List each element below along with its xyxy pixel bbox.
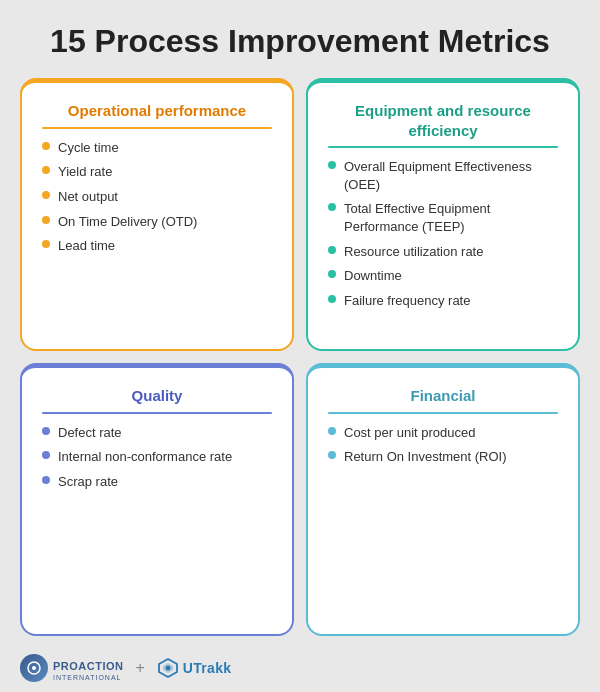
card-operational-heading: Operational performance [42, 101, 272, 121]
proaction-logo-icon [26, 660, 42, 676]
metrics-grid: Operational performance Cycle time Yield… [20, 78, 580, 646]
card-operational-list: Cycle time Yield rate Net output On Time… [42, 139, 272, 255]
list-item: Failure frequency rate [328, 292, 558, 310]
list-item: Scrap rate [42, 473, 272, 491]
list-item: Defect rate [42, 424, 272, 442]
item-text: Scrap rate [58, 473, 118, 491]
bullet-icon [328, 246, 336, 254]
list-item: Net output [42, 188, 272, 206]
bullet-icon [42, 240, 50, 248]
svg-point-4 [165, 666, 170, 671]
card-quality-divider [42, 412, 272, 414]
list-item: Cycle time [42, 139, 272, 157]
item-text: Failure frequency rate [344, 292, 470, 310]
bullet-icon [328, 295, 336, 303]
card-operational: Operational performance Cycle time Yield… [20, 78, 294, 351]
bullet-icon [42, 216, 50, 224]
card-equipment: Equipment and resource efficiency Overal… [306, 78, 580, 351]
item-text: Total Effective Equipment Performance (T… [344, 200, 558, 235]
proaction-logo: PROACTION INTERNATIONAL [20, 654, 124, 682]
item-text: Yield rate [58, 163, 112, 181]
proaction-logo-circle [20, 654, 48, 682]
bullet-icon [42, 191, 50, 199]
svg-point-1 [32, 666, 36, 670]
bullet-icon [42, 451, 50, 459]
page-title: 15 Process Improvement Metrics [50, 22, 550, 60]
list-item: Overall Equipment Effectiveness (OEE) [328, 158, 558, 193]
card-quality-heading: Quality [42, 386, 272, 406]
bullet-icon [42, 427, 50, 435]
list-item: Return On Investment (ROI) [328, 448, 558, 466]
proaction-subtitle: INTERNATIONAL [53, 674, 124, 681]
item-text: Net output [58, 188, 118, 206]
item-text: Internal non-conformance rate [58, 448, 232, 466]
item-text: On Time Delivery (OTD) [58, 213, 197, 231]
bullet-icon [328, 427, 336, 435]
list-item: On Time Delivery (OTD) [42, 213, 272, 231]
list-item: Internal non-conformance rate [42, 448, 272, 466]
bullet-icon [328, 203, 336, 211]
plus-separator: + [136, 659, 145, 677]
list-item: Resource utilization rate [328, 243, 558, 261]
card-operational-divider [42, 127, 272, 129]
list-item: Lead time [42, 237, 272, 255]
utrakk-logo-icon [157, 657, 179, 679]
list-item: Total Effective Equipment Performance (T… [328, 200, 558, 235]
card-equipment-list: Overall Equipment Effectiveness (OEE) To… [328, 158, 558, 309]
utrakk-name: UTrakk [183, 660, 232, 676]
item-text: Resource utilization rate [344, 243, 483, 261]
bullet-icon [42, 142, 50, 150]
card-quality: Quality Defect rate Internal non-conform… [20, 363, 294, 636]
card-equipment-divider [328, 146, 558, 148]
utrakk-logo: UTrakk [157, 657, 232, 679]
bullet-icon [328, 161, 336, 169]
card-financial-divider [328, 412, 558, 414]
item-text: Cycle time [58, 139, 119, 157]
card-financial-list: Cost per unit produced Return On Investm… [328, 424, 558, 466]
card-financial-heading: Financial [328, 386, 558, 406]
list-item: Downtime [328, 267, 558, 285]
item-text: Defect rate [58, 424, 122, 442]
bullet-icon [328, 451, 336, 459]
proaction-name: PROACTION [53, 660, 124, 672]
item-text: Lead time [58, 237, 115, 255]
list-item: Yield rate [42, 163, 272, 181]
card-equipment-heading: Equipment and resource efficiency [328, 101, 558, 140]
item-text: Cost per unit produced [344, 424, 476, 442]
proaction-text-block: PROACTION INTERNATIONAL [53, 656, 124, 681]
item-text: Return On Investment (ROI) [344, 448, 507, 466]
card-quality-list: Defect rate Internal non-conformance rat… [42, 424, 272, 491]
list-item: Cost per unit produced [328, 424, 558, 442]
bullet-icon [42, 166, 50, 174]
bullet-icon [42, 476, 50, 484]
card-financial: Financial Cost per unit produced Return … [306, 363, 580, 636]
item-text: Downtime [344, 267, 402, 285]
bullet-icon [328, 270, 336, 278]
footer: PROACTION INTERNATIONAL + UTrakk [20, 646, 580, 692]
item-text: Overall Equipment Effectiveness (OEE) [344, 158, 558, 193]
